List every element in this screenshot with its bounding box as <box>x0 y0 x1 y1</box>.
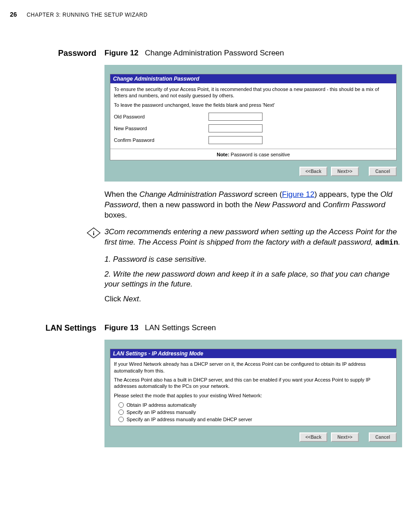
info-note: i 3Com recommends entering a new passwor… <box>104 227 402 248</box>
figure-label: Figure 13 <box>104 323 139 332</box>
cancel-button[interactable]: Cancel <box>369 167 397 176</box>
panel-text: To leave the password unchanged, leave t… <box>114 102 393 108</box>
next-button[interactable]: Next>> <box>331 432 359 442</box>
panel-title: LAN Settings - IP Addressing Mode <box>110 349 396 358</box>
radio-icon <box>118 417 124 422</box>
radio-label: Specify an IP address manually and enabl… <box>127 417 252 422</box>
code-admin: admin <box>375 238 398 247</box>
radio-icon <box>118 409 124 415</box>
wizard-button-bar: <<Back Next>> Cancel <box>110 167 397 176</box>
panel-text: Please select the mode that applies to y… <box>114 392 393 399</box>
radio-icon <box>118 402 124 408</box>
paragraph: When the Change Administration Password … <box>104 190 402 221</box>
note-text: Password is case sensitive <box>231 152 290 157</box>
chapter-title: CHAPTER 3: RUNNING THE SETUP WIZARD <box>27 12 147 18</box>
screenshot-change-password: Change Administration Password To ensure… <box>104 65 402 182</box>
page-header: 26 CHAPTER 3: RUNNING THE SETUP WIZARD <box>10 11 402 18</box>
panel-lan-settings: LAN Settings - IP Addressing Mode If you… <box>110 349 397 426</box>
note-label: Note: <box>217 152 229 157</box>
label-confirm-password: Confirm Password <box>114 137 208 143</box>
screenshot-lan-settings: LAN Settings - IP Addressing Mode If you… <box>104 340 402 447</box>
input-confirm-password[interactable] <box>208 136 263 144</box>
figure-title: Change Administration Password Screen <box>145 49 284 57</box>
panel-title: Change Administration Password <box>110 74 396 83</box>
label-new-password: New Password <box>114 126 208 131</box>
field-row-confirm-password: Confirm Password <box>114 134 393 146</box>
wizard-button-bar: <<Back Next>> Cancel <box>110 432 397 442</box>
figure-13-caption: Figure 13 LAN Settings Screen <box>104 323 402 332</box>
input-old-password[interactable] <box>208 113 263 121</box>
section-heading-lan-settings: LAN Settings <box>10 323 104 333</box>
panel-text: To ensure the security of your Access Po… <box>114 86 393 99</box>
info-text: 3Com recommends entering a new password … <box>104 227 402 248</box>
radio-label: Specify an IP address manually <box>127 409 196 415</box>
input-new-password[interactable] <box>208 124 263 132</box>
info-icon: i <box>86 227 101 241</box>
section-heading-password: Password <box>10 49 104 58</box>
radio-option-obtain-auto[interactable]: Obtain IP address automatically <box>114 401 393 409</box>
figure-12-caption: Figure 12 Change Administration Password… <box>104 49 402 58</box>
radio-option-specify-manual[interactable]: Specify an IP address manually <box>114 409 393 416</box>
figure-title: LAN Settings Screen <box>145 323 216 332</box>
radio-label: Obtain IP address automatically <box>127 402 196 408</box>
cancel-button[interactable]: Cancel <box>369 432 397 442</box>
list-item-1: 1. Password is case sensitive. <box>104 255 402 265</box>
figure-12-link[interactable]: Figure 12 <box>282 190 314 199</box>
panel-note: Note: Password is case sensitive <box>110 149 396 160</box>
list-item-2: 2. Write the new password down and keep … <box>104 269 402 290</box>
label-old-password: Old Password <box>114 114 208 119</box>
page-number: 26 <box>10 11 17 18</box>
figure-label: Figure 12 <box>104 49 139 57</box>
svg-text:i: i <box>93 230 95 236</box>
paragraph: Click Next. <box>104 294 402 305</box>
field-row-old-password: Old Password <box>114 111 393 123</box>
field-row-new-password: New Password <box>114 123 393 134</box>
back-button[interactable]: <<Back <box>299 167 327 176</box>
radio-option-specify-manual-dhcp[interactable]: Specify an IP address manually and enabl… <box>114 416 393 423</box>
panel-text: The Access Point also has a built in DHC… <box>114 377 393 390</box>
back-button[interactable]: <<Back <box>299 432 327 442</box>
next-button[interactable]: Next>> <box>331 167 359 176</box>
panel-change-password: Change Administration Password To ensure… <box>110 74 397 160</box>
panel-text: If your Wired Network already has a DHCP… <box>114 361 393 374</box>
